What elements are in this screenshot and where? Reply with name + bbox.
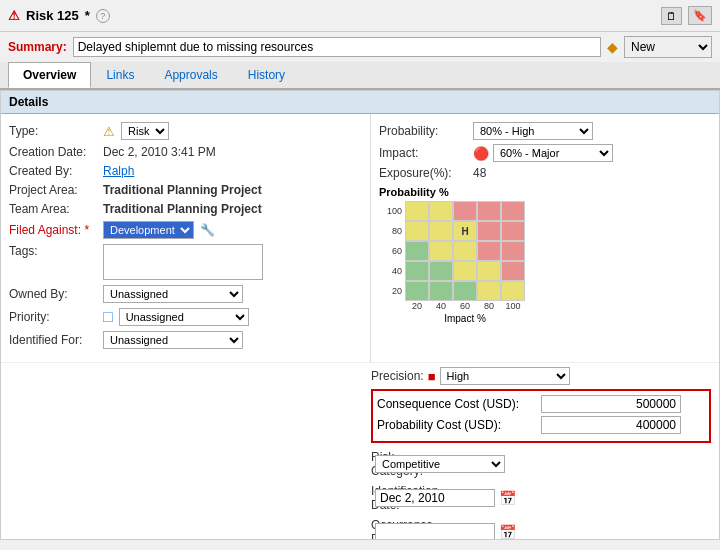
x-tick-60: 60 bbox=[453, 301, 477, 311]
tab-history[interactable]: History bbox=[233, 62, 300, 88]
title-warning-icon: ⚠ bbox=[8, 8, 20, 23]
impact-select[interactable]: 60% - Major 40% - Moderate 20% - Minor bbox=[493, 144, 613, 162]
probability-select[interactable]: 80% - High 60% - Medium 40% - Low bbox=[473, 122, 593, 140]
matrix-x-label: Impact % bbox=[405, 313, 525, 324]
matrix-grid: 100 80 H bbox=[381, 201, 525, 324]
risk-category-select[interactable]: Competitive Technical Resource bbox=[375, 455, 505, 473]
creation-date-value: Dec 2, 2010 3:41 PM bbox=[103, 145, 216, 159]
tags-row: Tags: bbox=[9, 244, 362, 280]
y-tick-40: 40 bbox=[381, 266, 405, 276]
project-area-value: Traditional Planning Project bbox=[103, 183, 262, 197]
cell-80-40 bbox=[429, 221, 453, 241]
type-label: Type: bbox=[9, 124, 99, 138]
cell-100-60 bbox=[453, 201, 477, 221]
probability-cost-input[interactable] bbox=[541, 416, 681, 434]
impact-label: Impact: bbox=[379, 146, 469, 160]
copy-button[interactable]: 🗒 bbox=[661, 7, 682, 25]
cell-100-80 bbox=[477, 201, 501, 221]
help-icon[interactable]: ? bbox=[96, 9, 110, 23]
matrix-row-40: 40 bbox=[381, 261, 525, 281]
cost-box: Consequence Cost (USD): Probability Cost… bbox=[371, 389, 711, 443]
risk-category-section: Risk Category: Competitive Technical Res… bbox=[1, 447, 719, 481]
priority-row: Priority: □ Unassigned bbox=[9, 308, 362, 326]
x-tick-100: 100 bbox=[501, 301, 525, 311]
identification-date-input[interactable] bbox=[375, 489, 495, 507]
impact-row: Impact: 🔴 60% - Major 40% - Moderate 20%… bbox=[379, 144, 711, 162]
cell-20-60 bbox=[453, 281, 477, 301]
matrix-x-ticks: 20 40 60 80 100 bbox=[405, 301, 525, 311]
cell-60-60 bbox=[453, 241, 477, 261]
status-select[interactable]: New In Progress Closed bbox=[624, 36, 712, 58]
risk-matrix: Probability % 100 bbox=[379, 186, 711, 324]
cell-40-60 bbox=[453, 261, 477, 281]
cell-80-80 bbox=[477, 221, 501, 241]
creation-date-label: Creation Date: bbox=[9, 145, 99, 159]
team-area-row: Team Area: Traditional Planning Project bbox=[9, 202, 362, 216]
probability-row: Probability: 80% - High 60% - Medium 40%… bbox=[379, 122, 711, 140]
tags-label: Tags: bbox=[9, 244, 99, 258]
cell-40-80 bbox=[477, 261, 501, 281]
summary-input[interactable] bbox=[73, 37, 601, 57]
cell-40-40 bbox=[429, 261, 453, 281]
exposure-label: Exposure(%): bbox=[379, 166, 469, 180]
cell-80-20 bbox=[405, 221, 429, 241]
page-title: Risk 125 bbox=[26, 8, 79, 23]
occurrence-date-calendar-icon[interactable]: 📅 bbox=[499, 524, 516, 540]
project-area-label: Project Area: bbox=[9, 183, 99, 197]
cell-80-100 bbox=[501, 221, 525, 241]
cell-60-20 bbox=[405, 241, 429, 261]
created-by-value[interactable]: Ralph bbox=[103, 164, 134, 178]
identified-for-label: Identified For: bbox=[9, 333, 99, 347]
creation-date-row: Creation Date: Dec 2, 2010 3:41 PM bbox=[9, 145, 362, 159]
tab-approvals[interactable]: Approvals bbox=[149, 62, 232, 88]
y-tick-100: 100 bbox=[381, 206, 405, 216]
identification-date-calendar-icon[interactable]: 📅 bbox=[499, 490, 516, 506]
matrix-row-60: 60 bbox=[381, 241, 525, 261]
tab-overview[interactable]: Overview bbox=[8, 62, 91, 88]
probability-label: Probability: bbox=[379, 124, 469, 138]
filed-against-edit-icon[interactable]: 🔧 bbox=[200, 223, 215, 237]
priority-label: Priority: bbox=[9, 310, 99, 324]
occurrence-date-section: Occurrence Date: 📅 bbox=[1, 515, 719, 540]
filed-against-label: Filed Against: * bbox=[9, 223, 99, 237]
content-area: Details Type: ⚠ Risk Creation Date: Dec … bbox=[0, 90, 720, 540]
identified-for-select[interactable]: Unassigned bbox=[103, 331, 243, 349]
matrix-row-100: 100 bbox=[381, 201, 525, 221]
left-panel: Type: ⚠ Risk Creation Date: Dec 2, 2010 … bbox=[1, 114, 371, 362]
team-area-label: Team Area: bbox=[9, 202, 99, 216]
filed-against-select[interactable]: Development bbox=[103, 221, 194, 239]
diamond-icon: ◆ bbox=[607, 39, 618, 55]
x-tick-40: 40 bbox=[429, 301, 453, 311]
x-tick-20: 20 bbox=[405, 301, 429, 311]
title-bar: ⚠ Risk 125 * ? 🗒 🔖 bbox=[0, 0, 720, 32]
created-by-row: Created By: Ralph bbox=[9, 164, 362, 178]
details-body: Type: ⚠ Risk Creation Date: Dec 2, 2010 … bbox=[1, 114, 719, 362]
type-warning-icon: ⚠ bbox=[103, 124, 115, 139]
tags-input[interactable] bbox=[103, 244, 263, 280]
type-select[interactable]: Risk bbox=[121, 122, 169, 140]
type-row: Type: ⚠ Risk bbox=[9, 122, 362, 140]
tab-links[interactable]: Links bbox=[91, 62, 149, 88]
summary-label: Summary: bbox=[8, 40, 67, 54]
exposure-value: 48 bbox=[473, 166, 486, 180]
cell-20-80 bbox=[477, 281, 501, 301]
matrix-row-80: 80 H bbox=[381, 221, 525, 241]
consequence-cost-input[interactable] bbox=[541, 395, 681, 413]
precision-select[interactable]: High Medium Low bbox=[440, 367, 570, 385]
cell-20-20 bbox=[405, 281, 429, 301]
cell-20-100 bbox=[501, 281, 525, 301]
priority-select[interactable]: Unassigned bbox=[119, 308, 249, 326]
summary-bar: Summary: ◆ New In Progress Closed bbox=[0, 32, 720, 62]
matrix-row-20: 20 bbox=[381, 281, 525, 301]
filed-against-row: Filed Against: * Development 🔧 bbox=[9, 221, 362, 239]
exposure-row: Exposure(%): 48 bbox=[379, 166, 711, 180]
owned-by-label: Owned By: bbox=[9, 287, 99, 301]
project-area-row: Project Area: Traditional Planning Proje… bbox=[9, 183, 362, 197]
bookmark-button[interactable]: 🔖 bbox=[688, 6, 712, 25]
owned-by-select[interactable]: Unassigned bbox=[103, 285, 243, 303]
cell-100-40 bbox=[429, 201, 453, 221]
cell-40-100 bbox=[501, 261, 525, 281]
occurrence-date-input[interactable] bbox=[375, 523, 495, 540]
cell-100-20 bbox=[405, 201, 429, 221]
priority-icon: □ bbox=[103, 308, 113, 326]
